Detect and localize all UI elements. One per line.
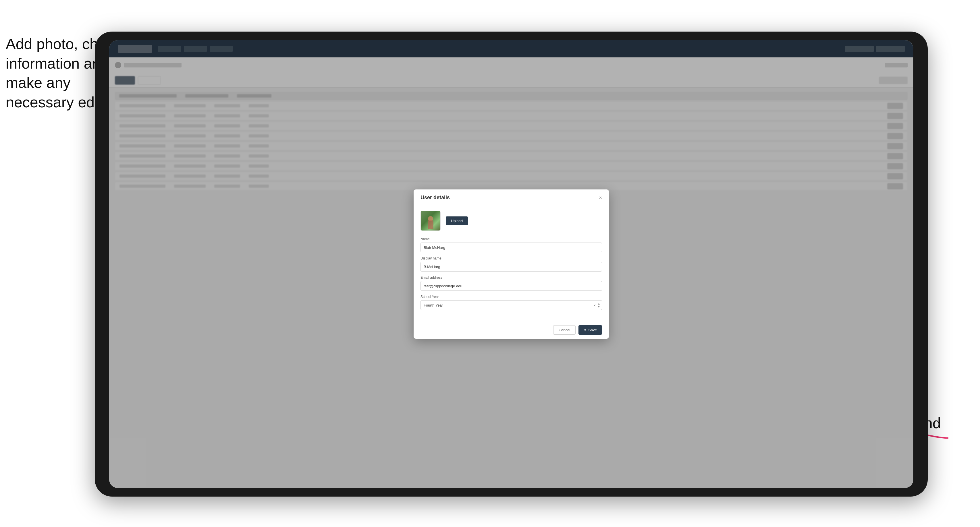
display-name-input[interactable] xyxy=(420,262,602,271)
modal-body: Upload Name Display name Email addre xyxy=(414,205,609,321)
modal-footer: Cancel ⬆ Save xyxy=(414,321,609,339)
display-name-field-group: Display name xyxy=(420,256,602,271)
modal-title: User details xyxy=(420,195,450,201)
name-field-group: Name xyxy=(420,237,602,252)
school-year-controls: × ▲ ▼ xyxy=(593,302,600,308)
display-name-label: Display name xyxy=(420,256,602,260)
user-details-modal: User details × Upload Name xyxy=(414,189,609,339)
modal-overlay: User details × Upload Name xyxy=(109,40,913,488)
user-photo-thumbnail xyxy=(420,211,441,231)
modal-close-button[interactable]: × xyxy=(599,195,602,200)
tablet-device: User details × Upload Name xyxy=(95,32,928,497)
cancel-button[interactable]: Cancel xyxy=(553,325,576,335)
email-input[interactable] xyxy=(420,281,602,291)
email-label: Email address xyxy=(420,276,602,279)
upload-photo-button[interactable]: Upload xyxy=(446,216,468,225)
photo-section: Upload xyxy=(420,211,602,231)
school-year-input[interactable] xyxy=(420,300,602,310)
modal-header: User details × xyxy=(414,189,609,205)
save-icon: ⬆ xyxy=(584,328,587,332)
school-year-clear-button[interactable]: × xyxy=(593,303,596,308)
save-button-label: Save xyxy=(588,328,597,332)
name-input[interactable] xyxy=(420,243,602,252)
school-year-wrapper: × ▲ ▼ xyxy=(420,300,602,310)
school-year-dropdown-button[interactable]: ▲ ▼ xyxy=(597,302,600,308)
school-year-label: School Year xyxy=(420,295,602,299)
name-label: Name xyxy=(420,237,602,241)
email-field-group: Email address xyxy=(420,276,602,291)
tablet-screen: User details × Upload Name xyxy=(109,40,913,488)
school-year-field-group: School Year × ▲ ▼ xyxy=(420,295,602,310)
save-button[interactable]: ⬆ Save xyxy=(579,325,602,335)
